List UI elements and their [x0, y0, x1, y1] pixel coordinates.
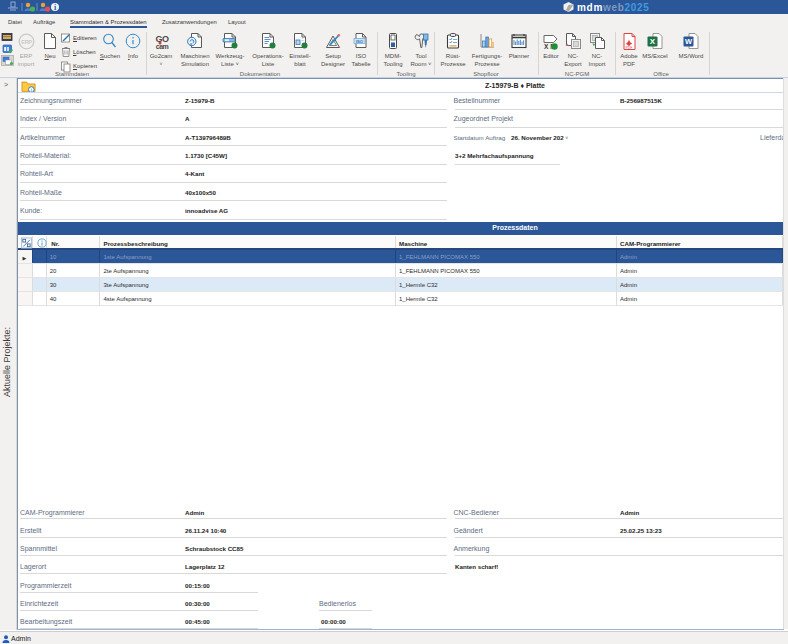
svg-text:i: i [31, 87, 32, 93]
svg-text:X: X [650, 37, 656, 46]
svg-text:ISO: ISO [356, 39, 364, 44]
svg-text:ERP: ERP [21, 39, 32, 45]
svg-text:W: W [685, 37, 693, 46]
svg-text:PDF: PDF [626, 46, 633, 50]
svg-text:cam: cam [156, 43, 169, 50]
